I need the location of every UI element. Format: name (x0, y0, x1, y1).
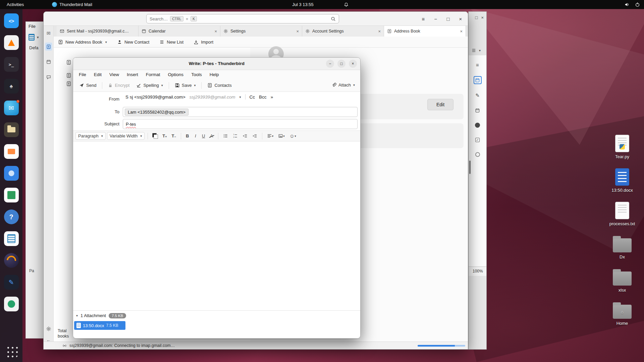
bullet-list-button[interactable] (221, 133, 230, 139)
save-button[interactable]: Save ▾ (172, 81, 199, 89)
chat-space-icon[interactable] (46, 74, 51, 80)
dock-item-software-store[interactable] (4, 297, 19, 311)
recipient-pill[interactable]: Lam <1355582402@qq.com> (125, 109, 189, 116)
dock-item-vscode[interactable]: <> (4, 13, 19, 28)
search-icon[interactable] (331, 16, 336, 21)
desktop-icon-processes-txt[interactable]: processes.txt (605, 202, 639, 226)
address-book-space-icon[interactable] (45, 43, 52, 51)
import-button[interactable]: Import (194, 40, 213, 45)
menu-insert[interactable]: Insert (124, 71, 141, 78)
compose-titlebar[interactable]: Write: P-tes - Thunderbird − □ × (73, 58, 360, 70)
tab-calendar[interactable]: Calendar × (139, 26, 220, 37)
list-icon[interactable] (471, 48, 476, 53)
filled-circle-icon[interactable] (474, 122, 481, 128)
hamburger-icon[interactable]: ≡ (474, 61, 481, 68)
numbered-list-button[interactable] (231, 133, 239, 139)
dock-item-libreoffice-impress[interactable] (4, 144, 19, 159)
encrypt-button[interactable]: Encrypt (105, 81, 132, 89)
dock-item-chromium[interactable] (4, 166, 19, 181)
decrease-font-size-button[interactable]: T− (170, 133, 178, 139)
address-book-row-icon[interactable] (66, 73, 71, 78)
dock-item-thunderbird[interactable]: ✉ (4, 101, 19, 115)
calendar-space-icon[interactable] (46, 59, 51, 65)
close-tab-icon[interactable]: × (296, 29, 299, 34)
dock-item-firefox[interactable] (4, 253, 19, 268)
tab-settings[interactable]: Settings × (220, 26, 302, 37)
chevron-down-icon[interactable]: ▾ (105, 40, 107, 44)
maximize-button[interactable]: □ (445, 16, 451, 22)
tab-sent-mail[interactable]: Sent Mail - ssj293939@gmail.c… (57, 26, 139, 37)
menu-options[interactable]: Options (166, 71, 186, 78)
bcc-button[interactable]: Bcc (259, 95, 267, 100)
paragraph-style-field[interactable]: Defa (29, 45, 38, 50)
address-book-row-icon[interactable] (66, 60, 71, 65)
outline-circle-icon[interactable] (474, 151, 481, 158)
close-tab-icon[interactable]: × (378, 29, 381, 34)
dock-item-terminal[interactable]: >_ (4, 57, 19, 72)
spelling-button[interactable]: Spelling ▾ (133, 81, 165, 89)
global-search-bar[interactable]: Search… CTRL + K (146, 14, 339, 23)
dock-item-help[interactable]: ? (4, 209, 19, 224)
outdent-button[interactable] (241, 133, 249, 139)
chevron-down-icon[interactable]: ▾ (37, 35, 39, 40)
desktop-icon-home[interactable]: ⌂ Home (605, 302, 639, 326)
font-select[interactable]: Variable Width ▾ (107, 132, 145, 140)
chevron-down-icon[interactable]: ▾ (353, 83, 355, 87)
tab-account-settings[interactable]: Account Settings × (302, 26, 384, 37)
desktop-icon-dx-folder[interactable]: Dx (605, 235, 639, 259)
menu-tools[interactable]: Tools (189, 71, 204, 78)
document-icon[interactable] (29, 34, 35, 41)
focused-app-indicator[interactable]: Thunderbird Mail (52, 2, 92, 7)
insert-smiley-button[interactable]: ☺▾ (288, 132, 298, 139)
close-button[interactable]: × (458, 16, 463, 22)
tab-address-book[interactable]: Address Book × (384, 26, 466, 37)
increase-font-size-button[interactable]: T+ (161, 133, 168, 139)
dock-item-libreoffice-writer[interactable] (4, 231, 19, 246)
alignment-button[interactable]: ▾ (265, 133, 275, 139)
attach-button[interactable]: Attach ▾ (329, 81, 358, 89)
expander-icon[interactable]: ▾ (76, 314, 78, 317)
close-button[interactable]: × (349, 60, 357, 68)
calendar-icon[interactable] (474, 76, 482, 84)
minimize-button[interactable]: − (326, 60, 334, 68)
from-row[interactable]: S sj <ssj293939@gmail.com> ssj293939@gma… (125, 94, 273, 100)
subject-input[interactable]: P-tes (123, 119, 358, 129)
dock-item-vlc[interactable] (4, 35, 19, 50)
chevron-down-icon[interactable]: ▾ (479, 49, 481, 52)
close-tab-icon[interactable]: × (214, 29, 217, 34)
message-body-editor[interactable] (73, 141, 360, 310)
clock-button[interactable]: Jul 3 13:55 (292, 2, 348, 7)
desktop-icon-tear-py[interactable]: Tear.py (605, 135, 639, 159)
underline-button[interactable]: U (200, 133, 207, 139)
indent-button[interactable] (251, 133, 259, 139)
file-menu[interactable]: File (29, 24, 36, 29)
chevron-down-icon[interactable]: ▾ (161, 83, 163, 87)
main-titlebar[interactable]: Search… CTRL + K ≡ − □ × (44, 12, 468, 26)
insert-image-button[interactable]: ▾ (276, 133, 286, 139)
date-icon[interactable] (474, 107, 481, 114)
maximize-button[interactable]: □ (337, 60, 345, 68)
desktop-icon-docx[interactable]: 13:50.docx (605, 168, 639, 193)
attachment-item-selected[interactable]: 13:50.docx 7.5 KB (74, 321, 125, 330)
from-identity[interactable]: S sj <ssj293939@gmail.com> (125, 95, 185, 100)
italic-button[interactable]: I (192, 133, 199, 139)
desktop-icon-xlsx-folder[interactable]: xlsx (605, 268, 639, 293)
show-applications-button[interactable] (5, 345, 18, 357)
menu-view[interactable]: View (107, 71, 121, 78)
chevron-down-icon[interactable]: ▾ (239, 95, 241, 99)
minimize-button[interactable]: − (433, 16, 438, 22)
menu-help[interactable]: Help (207, 71, 221, 78)
menu-edit[interactable]: Edit (92, 71, 104, 78)
edit-pencil-icon[interactable]: ✎ (474, 92, 481, 99)
menu-format[interactable]: Format (144, 71, 163, 78)
activities-button[interactable]: Activities (5, 1, 26, 8)
text-color-picker[interactable] (152, 133, 158, 139)
chevron-down-icon[interactable]: ▾ (194, 83, 196, 87)
edit-contact-button[interactable]: Edit (427, 99, 453, 110)
mail-space-icon[interactable]: ✉ (47, 31, 51, 36)
app-menu-button[interactable]: ≡ (421, 16, 426, 22)
bold-button[interactable]: B (184, 133, 191, 139)
dock-item-text-editor[interactable]: ✎ (4, 275, 19, 290)
address-book-row-icon[interactable] (66, 81, 71, 86)
dock-item-files[interactable] (4, 122, 19, 137)
